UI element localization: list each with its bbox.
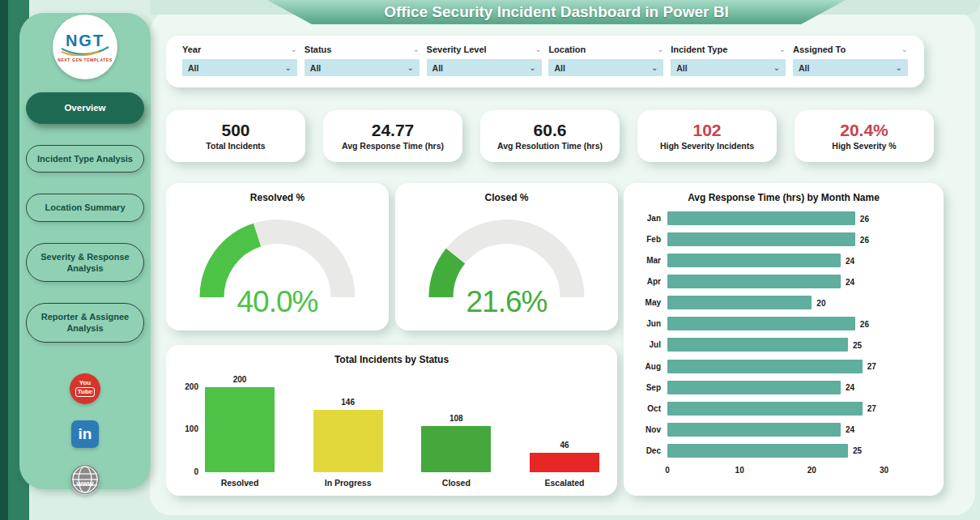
gauge-value: 21.6% [395, 285, 618, 319]
title-banner: Office Security Incident Dashboard in Po… [267, 0, 846, 24]
bar-apr[interactable] [667, 275, 841, 288]
bar-in-progress[interactable] [313, 410, 383, 472]
chevron-down-icon[interactable]: ⌄ [535, 45, 541, 53]
bar-oct[interactable] [667, 402, 863, 416]
bar-feb[interactable] [667, 232, 855, 246]
bar-value-label: 108 [450, 414, 463, 423]
bar-row-feb: Feb26 [637, 232, 927, 246]
status-dropdown[interactable]: All⌄ [305, 59, 420, 76]
page-title: Office Security Incident Dashboard in Po… [384, 3, 728, 21]
bar-resolved[interactable] [205, 387, 275, 472]
bar-nov[interactable] [667, 423, 841, 437]
severity-level-dropdown[interactable]: All⌄ [427, 59, 542, 76]
category-label: Resolved [205, 478, 275, 488]
kpi-value: 60.6 [534, 121, 567, 139]
sidebar-item-incident-type-analysis[interactable]: Incident Type Analysis [26, 145, 144, 173]
gauge-value: 40.0% [166, 285, 389, 319]
year-dropdown[interactable]: All⌄ [182, 59, 297, 76]
bar-value-label: 24 [846, 425, 854, 434]
filter-header: Status⌄ [305, 45, 420, 54]
bar-track: 26 [667, 211, 927, 225]
social-links: YouTubeinwww [19, 373, 151, 495]
chevron-down-icon[interactable]: ⌄ [291, 45, 297, 53]
x-axis-tick: 30 [880, 466, 888, 475]
bar-jan[interactable] [667, 211, 855, 225]
category-label: Feb [637, 235, 661, 244]
dropdown-value: All [676, 63, 687, 73]
bar-row-aug: Aug27 [637, 360, 927, 373]
chevron-down-icon: ⌄ [651, 64, 658, 72]
bar-track: 26 [667, 317, 927, 330]
kpi-value: 102 [692, 121, 721, 139]
bar-value-label: 26 [860, 319, 869, 328]
sidebar-item-severity-response-analysis[interactable]: Severity & Response Analysis [26, 243, 144, 283]
bar-row-jan: Jan26 [637, 211, 927, 225]
gauge-closed: Closed %21.6% [395, 183, 618, 330]
logo-swoosh-icon [60, 46, 110, 56]
kpi-label: Avg Resolution Time (hrs) [497, 141, 603, 151]
dropdown-value: All [554, 63, 565, 73]
dropdown-value: All [432, 63, 443, 73]
youtube-icon[interactable]: YouTube [70, 373, 100, 404]
sidebar-item-location-summary[interactable]: Location Summary [26, 194, 144, 221]
bar-row-dec: Dec25 [637, 444, 927, 458]
bar-escalated[interactable] [530, 453, 599, 472]
kpi-card-high-severity-incidents: 102High Severity Incidents [637, 110, 777, 162]
month-bar-chart: Avg Response Time (hrs) by Month NameJan… [624, 183, 944, 496]
bar-aug[interactable] [667, 360, 863, 373]
kpi-label: Total Incidents [206, 141, 265, 151]
category-label: In Progress [313, 478, 383, 488]
bar-row-jun: Jun26 [637, 317, 927, 330]
kpi-label: High Severity % [832, 141, 896, 151]
website-icon[interactable]: www [70, 464, 100, 495]
bar-mar[interactable] [667, 254, 841, 267]
bar-track: 20 [667, 296, 927, 309]
y-axis-tick: 200 [177, 382, 198, 391]
chart-title: Closed % [395, 183, 618, 203]
chevron-down-icon[interactable]: ⌄ [779, 45, 786, 53]
youtube-label: Tube [75, 387, 96, 397]
plot-area: Jan26Feb26Mar24Apr24May20Jun26Jul25Aug27… [637, 211, 927, 458]
chevron-down-icon[interactable]: ⌄ [657, 45, 663, 53]
filter-label: Location [548, 45, 586, 54]
bar-sep[interactable] [667, 381, 841, 394]
chevron-down-icon[interactable]: ⌄ [901, 45, 908, 53]
category-label: Jan [637, 214, 661, 223]
bar-dec[interactable] [667, 444, 848, 458]
sidebar-item-reporter-assignee-analysis[interactable]: Reporter & Assignee Analysis [26, 303, 144, 343]
filter-year: Year⌄All⌄ [182, 45, 297, 87]
bar-value-label: 24 [846, 383, 854, 392]
chevron-down-icon[interactable]: ⌄ [412, 45, 419, 53]
x-axis-tick: 10 [735, 466, 744, 475]
filter-label: Status [305, 45, 332, 54]
bar-value-label: 25 [853, 446, 862, 455]
kpi-label: High Severity Incidents [660, 141, 754, 151]
category-label: Sep [637, 383, 661, 392]
category-label: Aug [637, 362, 661, 371]
bar-row-apr: Apr24 [637, 275, 927, 288]
filter-label: Incident Type [671, 45, 727, 54]
bar-slot: 200 [205, 375, 275, 472]
bar-slot: 146 [313, 398, 383, 472]
bar-track: 27 [667, 402, 927, 416]
location-dropdown[interactable]: All⌄ [548, 59, 663, 76]
y-axis-tick: 0 [177, 467, 198, 476]
assigned-to-dropdown[interactable]: All⌄ [793, 59, 908, 76]
bar-jul[interactable] [667, 338, 848, 352]
plot-area: 010020020014610846 [205, 378, 599, 472]
linkedin-icon[interactable]: in [71, 420, 99, 448]
logo-subtext: NEXT GEN TEMPLATES [58, 58, 113, 62]
kpi-card-high-severity: 20.4%High Severity % [795, 110, 934, 162]
svg-text:www: www [75, 480, 94, 488]
incident-type-dropdown[interactable]: All⌄ [671, 59, 786, 76]
bar-slot: 108 [421, 414, 491, 472]
category-label: Closed [421, 478, 491, 488]
bar-closed[interactable] [421, 426, 491, 472]
bar-may[interactable] [667, 296, 812, 309]
filter-incident-type: Incident Type⌄All⌄ [671, 45, 786, 87]
filter-label: Assigned To [793, 45, 846, 54]
sidebar-item-overview[interactable]: Overview [26, 92, 144, 124]
bar-value-label: 46 [560, 441, 569, 450]
bar-jun[interactable] [667, 317, 855, 330]
kpi-value: 24.77 [372, 121, 415, 139]
